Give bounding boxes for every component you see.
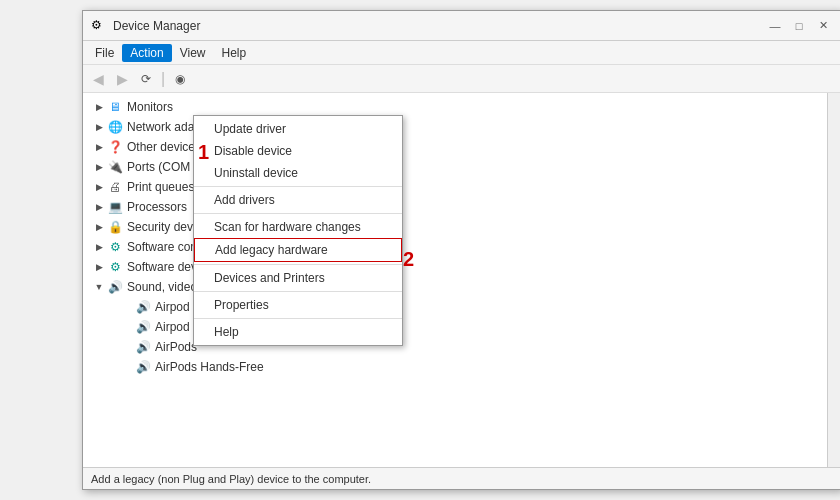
step-1-label: 1 [198,141,209,164]
device-tree[interactable]: ▶ 🖥 Monitors ▶ 🌐 Network adapters ▶ ❓ Ot… [83,93,827,467]
tree-item-sound[interactable]: ▼ 🔊 Sound, video and game controllers [83,277,827,297]
icon-monitors: 🖥 [107,99,123,115]
expander-software-comp[interactable]: ▶ [91,239,107,255]
title-bar: ⚙ Device Manager — □ ✕ [83,11,840,41]
expander-monitors[interactable]: ▶ [91,99,107,115]
window-title: Device Manager [113,19,200,33]
expander-processors[interactable]: ▶ [91,199,107,215]
forward-button[interactable]: ▶ [111,68,133,90]
maximize-button[interactable]: □ [789,17,809,35]
icon-software-comp: ⚙ [107,239,123,255]
label-print: Print queues [127,180,194,194]
icon-software-dev: ⚙ [107,259,123,275]
properties-button[interactable]: ◉ [169,68,191,90]
tree-item-airpod2[interactable]: 🔊 Airpod 2 [83,297,827,317]
icon-airpod2: 🔊 [135,299,151,315]
tree-item-monitors[interactable]: ▶ 🖥 Monitors [83,97,827,117]
expander-airpod2hf [119,319,135,335]
expander-software-dev[interactable]: ▶ [91,259,107,275]
menu-file[interactable]: File [87,44,122,62]
menu-view[interactable]: View [172,44,214,62]
expander-airpod2 [119,299,135,315]
label-airpod2hf: Airpod 2 Hands-Free [155,320,266,334]
label-other: Other devices [127,140,201,154]
label-airpod2: Airpod 2 [155,300,200,314]
expander-other[interactable]: ▶ [91,139,107,155]
label-sound: Sound, video and game controllers [127,280,312,294]
icon-sound: 🔊 [107,279,123,295]
expander-network[interactable]: ▶ [91,119,107,135]
tree-item-software-comp[interactable]: ▶ ⚙ Software components [83,237,827,257]
expander-airpods-hf [119,359,135,375]
label-software-dev: Software devices [127,260,218,274]
expander-ports[interactable]: ▶ [91,159,107,175]
title-controls: — □ ✕ [765,17,833,35]
device-manager-window: ⚙ Device Manager — □ ✕ File Action View … [82,10,840,490]
icon-security: 🔒 [107,219,123,235]
tree-item-print[interactable]: ▶ 🖨 Print queues [83,177,827,197]
tree-item-airpods[interactable]: 🔊 AirPods [83,337,827,357]
toolbar: ◀ ▶ ⟳ | ◉ [83,65,840,93]
scrollbar[interactable] [827,93,840,467]
tree-item-software-dev[interactable]: ▶ ⚙ Software devices [83,257,827,277]
icon-print: 🖨 [107,179,123,195]
label-airpods-hf: AirPods Hands-Free [155,360,264,374]
tree-item-processors[interactable]: ▶ 💻 Processors [83,197,827,217]
icon-ports: 🔌 [107,159,123,175]
menu-action[interactable]: Action [122,44,171,62]
expander-sound[interactable]: ▼ [91,279,107,295]
status-bar: Add a legacy (non Plug and Play) device … [83,467,840,489]
refresh-button[interactable]: ⟳ [135,68,157,90]
label-security: Security devices [127,220,214,234]
menu-bar: File Action View Help [83,41,840,65]
label-software-comp: Software components [127,240,243,254]
back-button[interactable]: ◀ [87,68,109,90]
status-text: Add a legacy (non Plug and Play) device … [91,473,371,485]
icon-airpods: 🔊 [135,339,151,355]
label-ports: Ports (COM & LPT) [127,160,231,174]
label-monitors: Monitors [127,100,173,114]
tree-item-ports[interactable]: ▶ 🔌 Ports (COM & LPT) [83,157,827,177]
label-airpods: AirPods [155,340,197,354]
expander-security[interactable]: ▶ [91,219,107,235]
menu-help[interactable]: Help [214,44,255,62]
window-icon: ⚙ [91,18,107,34]
tree-item-airpod2hf[interactable]: 🔊 Airpod 2 Hands-Free [83,317,827,337]
tree-item-network[interactable]: ▶ 🌐 Network adapters [83,117,827,137]
tree-item-other[interactable]: ▶ ❓ Other devices [83,137,827,157]
step-2-label: 2 [403,248,414,271]
expander-airpods [119,339,135,355]
label-processors: Processors [127,200,187,214]
tree-item-security[interactable]: ▶ 🔒 Security devices [83,217,827,237]
tree-item-airpods-hf[interactable]: 🔊 AirPods Hands-Free [83,357,827,377]
minimize-button[interactable]: — [765,17,785,35]
icon-other: ❓ [107,139,123,155]
icon-processors: 💻 [107,199,123,215]
icon-airpods-hf: 🔊 [135,359,151,375]
close-button[interactable]: ✕ [813,17,833,35]
icon-network: 🌐 [107,119,123,135]
title-bar-left: ⚙ Device Manager [91,18,200,34]
expander-print[interactable]: ▶ [91,179,107,195]
icon-airpod2hf: 🔊 [135,319,151,335]
content-area: 1 2 ▶ 🖥 Monitors ▶ 🌐 Network adapters ▶ … [83,93,840,467]
label-network: Network adapters [127,120,221,134]
